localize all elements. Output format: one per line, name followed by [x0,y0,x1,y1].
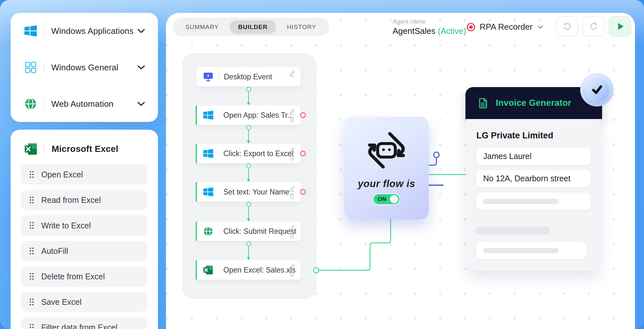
drag-handle-icon[interactable] [29,222,34,229]
agent-name-label: Agent name [393,18,466,25]
edit-icon[interactable] [288,185,296,192]
drag-handle-icon[interactable] [29,171,34,178]
edit-icon[interactable] [288,108,296,115]
invoice-empty-field[interactable] [476,193,591,210]
agent-status-badge: (Active) [438,26,466,36]
flow-connector [246,87,251,105]
drag-handle-icon[interactable] [29,247,34,255]
excel-action-filter-data-from-excel[interactable]: Filter data from Excel [21,317,147,329]
excel-icon [203,264,214,275]
chevron-down-icon[interactable] [137,65,145,70]
globe-icon [24,97,38,111]
flow-cycle-robot-icon [360,124,413,177]
view-tabs: SUMMARY BUILDER HISTORY [172,18,329,36]
windows-logo-icon [24,24,38,38]
excel-action-label: AutoFill [41,246,68,256]
flow-node-set-text[interactable]: Set text: Your Name [196,182,301,202]
placeholder-bar [483,199,559,204]
drag-handle-icon[interactable] [29,196,34,204]
toggle-knob [390,195,398,203]
sidebar-item-windows-general[interactable]: Windows General [11,49,158,85]
excel-action-label: Save Excel [41,297,82,307]
excel-action-open-excel[interactable]: Open Excel [21,164,147,184]
trash-icon[interactable] [289,155,295,161]
flow-node-click-export[interactable]: Click: Export to Excel [196,144,301,163]
flow-node-open-app[interactable]: Open App: Sales Tr.. [196,105,301,125]
edit-icon[interactable] [288,263,296,270]
flow-node-open-excel[interactable]: Open Excel: Sales.xls [196,260,301,280]
placeholder-bar [483,248,559,253]
recorder-label: RPA Recorder [480,22,532,32]
windows-logo-icon [203,148,214,159]
excel-section-title: Microsoft Excel [52,144,118,154]
trash-icon[interactable] [289,116,295,123]
run-button[interactable] [609,16,631,37]
node-label: Desktop Event [224,73,272,81]
excel-action-write-to-excel[interactable]: Write to Excel [21,215,147,235]
invoice-company-name: LG Private Limited [476,131,553,141]
excel-action-label: Write to Excel [41,221,91,230]
flow-connector [246,164,251,182]
node-label: Open App: Sales Tr.. [223,111,291,120]
drag-handle-icon[interactable] [29,298,34,306]
node-error-port[interactable] [300,151,306,156]
excel-section-header: Microsoft Excel [21,142,147,156]
divider [218,72,219,82]
invoice-form: LG Private Limited James Laurel No 12A, … [467,119,600,271]
node-error-port[interactable] [300,112,306,118]
invoice-doc-icon [476,97,489,110]
sidebar-item-windows-applications[interactable]: Windows Applications [11,13,158,49]
record-icon [467,23,475,31]
sidebar-item-label: Windows Applications [51,26,137,36]
placeholder-bar [475,226,550,234]
node-label: Set text: Your Name [223,188,289,196]
badge-circle [585,77,609,102]
trash-icon[interactable] [289,193,295,199]
excel-action-save-excel[interactable]: Save Excel [21,292,147,312]
edit-icon[interactable] [288,224,296,231]
excel-action-label: Read from Excel [41,195,101,205]
trash-icon[interactable] [289,271,295,277]
trash-icon[interactable] [289,232,295,239]
flow-on-toggle[interactable]: ON [374,194,399,204]
checkmark-icon [590,83,604,97]
flow-connector [246,202,251,221]
chevron-down-icon[interactable] [137,102,145,106]
tab-history[interactable]: HISTORY [278,20,325,34]
invoice-name-field[interactable]: James Laurel [476,148,591,165]
rpa-recorder-dropdown[interactable]: RPA Recorder [467,22,543,32]
excel-action-label: Delete from Excel [41,272,105,281]
edit-icon[interactable] [288,146,296,154]
invoice-empty-field[interactable] [476,242,587,259]
tab-builder[interactable]: BUILDER [230,20,276,34]
undo-button[interactable] [556,16,578,37]
divider [44,143,44,155]
redo-button[interactable] [582,16,605,37]
excel-action-list: Open Excel Read from Excel Write to Exce… [21,164,147,329]
divider [44,25,44,37]
flow-connector [246,125,251,144]
drag-handle-icon[interactable] [29,324,34,329]
excel-action-delete-from-excel[interactable]: Delete from Excel [21,266,147,286]
flow-node-desktop-event[interactable]: Desktop Event [196,67,301,86]
toggle-label: ON [378,196,390,203]
status-caption: your flow is [358,178,415,190]
tab-summary[interactable]: SUMMARY [177,20,227,34]
chevron-down-icon[interactable] [137,29,145,33]
agent-name-value: AgentSales (Active) [393,26,466,36]
node-label: Click: Submit Request [223,227,296,236]
sidebar-excel-card: Microsoft Excel Open Excel Read from Exc… [11,130,158,329]
flow-node-click-submit[interactable]: Click: Submit Request [196,222,301,241]
excel-action-autofill[interactable]: AutoFill [21,241,147,261]
excel-action-read-from-excel[interactable]: Read from Excel [21,190,147,210]
invoice-address-field[interactable]: No 12A, Dearborn street [476,170,591,187]
edit-icon[interactable] [288,70,296,77]
agent-info: Agent name AgentSales (Active) [393,18,466,36]
flow-status-card: your flow is ON [344,117,429,219]
rpa-builder-app: Windows Applications Windows General Web… [0,0,644,329]
drag-handle-icon[interactable] [29,273,34,280]
desktop-event-icon [203,71,214,82]
node-error-port[interactable] [300,189,306,195]
flow-connector [246,241,251,260]
sidebar-item-web-automation[interactable]: Web Automation [11,85,158,122]
